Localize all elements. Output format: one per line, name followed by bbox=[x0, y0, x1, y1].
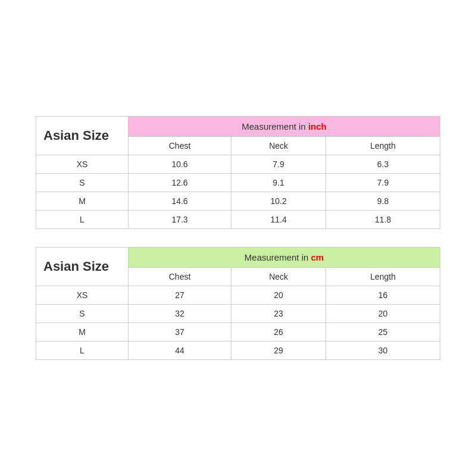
inch-neck-m: 10.2 bbox=[231, 192, 326, 211]
inch-size-m: M bbox=[36, 192, 129, 211]
unit-label-inch: inch bbox=[308, 121, 327, 131]
cm-length-s: 20 bbox=[326, 305, 440, 323]
cm-row-m: M 37 26 25 bbox=[36, 323, 440, 342]
inch-neck-l: 11.4 bbox=[231, 211, 326, 229]
inch-col-length: Length bbox=[326, 137, 440, 155]
cm-row-xs: XS 27 20 16 bbox=[36, 286, 440, 305]
cm-neck-s: 23 bbox=[231, 305, 326, 323]
inch-header-row: Asian Size Measurement in inch bbox=[36, 117, 440, 137]
cm-row-s: S 32 23 20 bbox=[36, 305, 440, 323]
inch-chest-xs: 10.6 bbox=[129, 155, 231, 174]
cm-measurement-header: Measurement in cm bbox=[129, 248, 440, 268]
cm-length-l: 30 bbox=[326, 342, 440, 360]
cm-neck-l: 29 bbox=[231, 342, 326, 360]
cm-table-container: Asian Size Measurement in cm Chest Neck … bbox=[36, 247, 440, 360]
cm-size-m: M bbox=[36, 323, 129, 342]
cm-chest-s: 32 bbox=[129, 305, 231, 323]
inch-size-l: L bbox=[36, 211, 129, 229]
inch-size-s: S bbox=[36, 174, 129, 192]
cm-col-chest: Chest bbox=[129, 268, 231, 286]
cm-header-row: Asian Size Measurement in cm bbox=[36, 248, 440, 268]
inch-measurement-header: Measurement in inch bbox=[129, 117, 440, 137]
inch-row-s: S 12.6 9.1 7.9 bbox=[36, 174, 440, 192]
cm-col-neck: Neck bbox=[231, 268, 326, 286]
cm-col-length: Length bbox=[326, 268, 440, 286]
inch-size-xs: XS bbox=[36, 155, 129, 174]
inch-chest-l: 17.3 bbox=[129, 211, 231, 229]
inch-row-l: L 17.3 11.4 11.8 bbox=[36, 211, 440, 229]
inch-col-chest: Chest bbox=[129, 137, 231, 155]
inch-row-xs: XS 10.6 7.9 6.3 bbox=[36, 155, 440, 174]
asian-size-label-cm: Asian Size bbox=[36, 248, 129, 286]
cm-chest-l: 44 bbox=[129, 342, 231, 360]
cm-neck-xs: 20 bbox=[231, 286, 326, 305]
measurement-label-inch: Measurement in bbox=[242, 121, 308, 131]
cm-chest-xs: 27 bbox=[129, 286, 231, 305]
cm-chest-m: 37 bbox=[129, 323, 231, 342]
cm-size-s: S bbox=[36, 305, 129, 323]
inch-length-s: 7.9 bbox=[326, 174, 440, 192]
inch-chest-s: 12.6 bbox=[129, 174, 231, 192]
inch-size-table: Asian Size Measurement in inch Chest Nec… bbox=[36, 116, 440, 229]
cm-neck-m: 26 bbox=[231, 323, 326, 342]
asian-size-label-inch: Asian Size bbox=[36, 117, 129, 155]
unit-label-cm: cm bbox=[311, 252, 324, 262]
inch-length-xs: 6.3 bbox=[326, 155, 440, 174]
inch-length-l: 11.8 bbox=[326, 211, 440, 229]
inch-row-m: M 14.6 10.2 9.8 bbox=[36, 192, 440, 211]
cm-length-xs: 16 bbox=[326, 286, 440, 305]
cm-size-xs: XS bbox=[36, 286, 129, 305]
inch-col-neck: Neck bbox=[231, 137, 326, 155]
cm-length-m: 25 bbox=[326, 323, 440, 342]
cm-size-l: L bbox=[36, 342, 129, 360]
inch-neck-s: 9.1 bbox=[231, 174, 326, 192]
cm-size-table: Asian Size Measurement in cm Chest Neck … bbox=[36, 247, 440, 360]
inch-length-m: 9.8 bbox=[326, 192, 440, 211]
measurement-label-cm: Measurement in bbox=[245, 252, 311, 262]
cm-row-l: L 44 29 30 bbox=[36, 342, 440, 360]
inch-neck-xs: 7.9 bbox=[231, 155, 326, 174]
inch-table-container: Asian Size Measurement in inch Chest Nec… bbox=[36, 116, 440, 229]
inch-chest-m: 14.6 bbox=[129, 192, 231, 211]
